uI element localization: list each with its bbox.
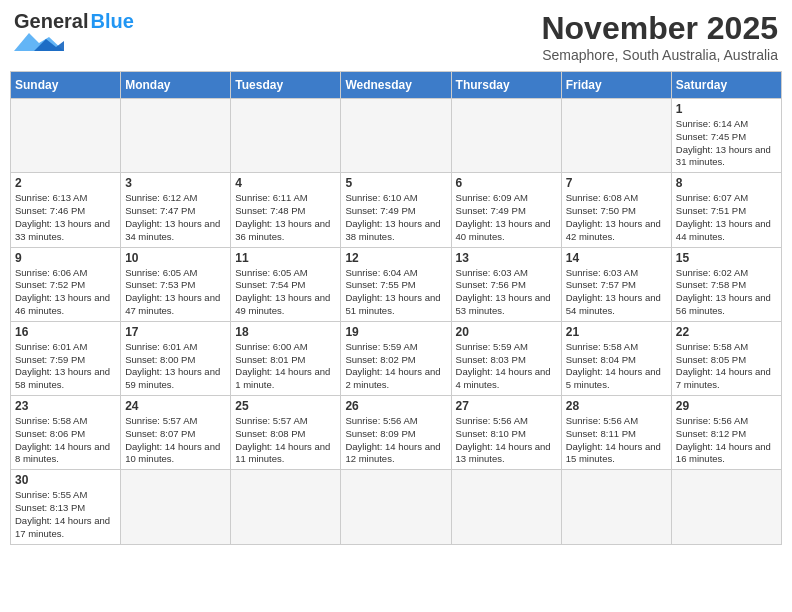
day-info: Sunrise: 6:11 AM Sunset: 7:48 PM Dayligh…: [235, 192, 336, 243]
day-number: 26: [345, 399, 446, 413]
day-info: Sunrise: 6:01 AM Sunset: 7:59 PM Dayligh…: [15, 341, 116, 392]
day-number: 22: [676, 325, 777, 339]
calendar-cell: 22Sunrise: 5:58 AM Sunset: 8:05 PM Dayli…: [671, 321, 781, 395]
calendar-week-row: 23Sunrise: 5:58 AM Sunset: 8:06 PM Dayli…: [11, 396, 782, 470]
day-number: 4: [235, 176, 336, 190]
calendar-header-row: SundayMondayTuesdayWednesdayThursdayFrid…: [11, 72, 782, 99]
day-info: Sunrise: 6:04 AM Sunset: 7:55 PM Dayligh…: [345, 267, 446, 318]
day-number: 15: [676, 251, 777, 265]
calendar-cell: 23Sunrise: 5:58 AM Sunset: 8:06 PM Dayli…: [11, 396, 121, 470]
calendar-cell: 12Sunrise: 6:04 AM Sunset: 7:55 PM Dayli…: [341, 247, 451, 321]
day-number: 24: [125, 399, 226, 413]
calendar-cell: [451, 99, 561, 173]
day-number: 20: [456, 325, 557, 339]
calendar-cell: 18Sunrise: 6:00 AM Sunset: 8:01 PM Dayli…: [231, 321, 341, 395]
day-number: 9: [15, 251, 116, 265]
calendar-cell: 20Sunrise: 5:59 AM Sunset: 8:03 PM Dayli…: [451, 321, 561, 395]
calendar-cell: 19Sunrise: 5:59 AM Sunset: 8:02 PM Dayli…: [341, 321, 451, 395]
calendar-cell: 25Sunrise: 5:57 AM Sunset: 8:08 PM Dayli…: [231, 396, 341, 470]
day-info: Sunrise: 6:00 AM Sunset: 8:01 PM Dayligh…: [235, 341, 336, 392]
calendar-cell: [231, 99, 341, 173]
calendar-cell: 29Sunrise: 5:56 AM Sunset: 8:12 PM Dayli…: [671, 396, 781, 470]
day-number: 21: [566, 325, 667, 339]
day-info: Sunrise: 5:58 AM Sunset: 8:05 PM Dayligh…: [676, 341, 777, 392]
day-info: Sunrise: 5:57 AM Sunset: 8:07 PM Dayligh…: [125, 415, 226, 466]
day-number: 2: [15, 176, 116, 190]
day-info: Sunrise: 6:07 AM Sunset: 7:51 PM Dayligh…: [676, 192, 777, 243]
day-info: Sunrise: 6:06 AM Sunset: 7:52 PM Dayligh…: [15, 267, 116, 318]
calendar-cell: 30Sunrise: 5:55 AM Sunset: 8:13 PM Dayli…: [11, 470, 121, 544]
calendar-cell: 16Sunrise: 6:01 AM Sunset: 7:59 PM Dayli…: [11, 321, 121, 395]
calendar-cell: [341, 99, 451, 173]
day-number: 10: [125, 251, 226, 265]
day-info: Sunrise: 6:10 AM Sunset: 7:49 PM Dayligh…: [345, 192, 446, 243]
logo: General Blue: [14, 10, 134, 51]
calendar-table: SundayMondayTuesdayWednesdayThursdayFrid…: [10, 71, 782, 545]
day-number: 1: [676, 102, 777, 116]
calendar-week-row: 2Sunrise: 6:13 AM Sunset: 7:46 PM Daylig…: [11, 173, 782, 247]
calendar-cell: 11Sunrise: 6:05 AM Sunset: 7:54 PM Dayli…: [231, 247, 341, 321]
day-number: 7: [566, 176, 667, 190]
calendar-cell: [341, 470, 451, 544]
day-number: 6: [456, 176, 557, 190]
day-number: 23: [15, 399, 116, 413]
day-number: 17: [125, 325, 226, 339]
calendar-header-thursday: Thursday: [451, 72, 561, 99]
calendar-cell: 21Sunrise: 5:58 AM Sunset: 8:04 PM Dayli…: [561, 321, 671, 395]
day-number: 28: [566, 399, 667, 413]
day-info: Sunrise: 5:59 AM Sunset: 8:03 PM Dayligh…: [456, 341, 557, 392]
logo-blue-text: Blue: [90, 10, 133, 33]
day-info: Sunrise: 5:56 AM Sunset: 8:12 PM Dayligh…: [676, 415, 777, 466]
calendar-cell: [671, 470, 781, 544]
calendar-week-row: 30Sunrise: 5:55 AM Sunset: 8:13 PM Dayli…: [11, 470, 782, 544]
day-number: 11: [235, 251, 336, 265]
calendar-cell: 2Sunrise: 6:13 AM Sunset: 7:46 PM Daylig…: [11, 173, 121, 247]
calendar-cell: [11, 99, 121, 173]
calendar-cell: [561, 470, 671, 544]
day-info: Sunrise: 6:03 AM Sunset: 7:57 PM Dayligh…: [566, 267, 667, 318]
calendar-week-row: 9Sunrise: 6:06 AM Sunset: 7:52 PM Daylig…: [11, 247, 782, 321]
calendar-cell: [561, 99, 671, 173]
calendar-cell: 27Sunrise: 5:56 AM Sunset: 8:10 PM Dayli…: [451, 396, 561, 470]
day-number: 19: [345, 325, 446, 339]
calendar-cell: 5Sunrise: 6:10 AM Sunset: 7:49 PM Daylig…: [341, 173, 451, 247]
calendar-cell: 1Sunrise: 6:14 AM Sunset: 7:45 PM Daylig…: [671, 99, 781, 173]
logo-icon: [14, 33, 64, 51]
calendar-cell: 13Sunrise: 6:03 AM Sunset: 7:56 PM Dayli…: [451, 247, 561, 321]
day-info: Sunrise: 5:56 AM Sunset: 8:11 PM Dayligh…: [566, 415, 667, 466]
calendar-cell: [121, 470, 231, 544]
calendar-cell: 28Sunrise: 5:56 AM Sunset: 8:11 PM Dayli…: [561, 396, 671, 470]
calendar-cell: 8Sunrise: 6:07 AM Sunset: 7:51 PM Daylig…: [671, 173, 781, 247]
day-number: 29: [676, 399, 777, 413]
location-text: Semaphore, South Australia, Australia: [541, 47, 778, 63]
calendar-cell: [231, 470, 341, 544]
day-info: Sunrise: 6:02 AM Sunset: 7:58 PM Dayligh…: [676, 267, 777, 318]
day-number: 8: [676, 176, 777, 190]
day-number: 14: [566, 251, 667, 265]
day-info: Sunrise: 6:05 AM Sunset: 7:54 PM Dayligh…: [235, 267, 336, 318]
calendar-cell: 3Sunrise: 6:12 AM Sunset: 7:47 PM Daylig…: [121, 173, 231, 247]
page-header: General Blue November 2025 Semaphore, So…: [10, 10, 782, 63]
calendar-header-wednesday: Wednesday: [341, 72, 451, 99]
calendar-header-sunday: Sunday: [11, 72, 121, 99]
day-info: Sunrise: 5:57 AM Sunset: 8:08 PM Dayligh…: [235, 415, 336, 466]
day-info: Sunrise: 5:55 AM Sunset: 8:13 PM Dayligh…: [15, 489, 116, 540]
day-number: 30: [15, 473, 116, 487]
day-info: Sunrise: 6:14 AM Sunset: 7:45 PM Dayligh…: [676, 118, 777, 169]
calendar-header-tuesday: Tuesday: [231, 72, 341, 99]
calendar-cell: 26Sunrise: 5:56 AM Sunset: 8:09 PM Dayli…: [341, 396, 451, 470]
day-number: 18: [235, 325, 336, 339]
day-info: Sunrise: 6:12 AM Sunset: 7:47 PM Dayligh…: [125, 192, 226, 243]
day-number: 3: [125, 176, 226, 190]
calendar-cell: 14Sunrise: 6:03 AM Sunset: 7:57 PM Dayli…: [561, 247, 671, 321]
day-number: 25: [235, 399, 336, 413]
day-info: Sunrise: 5:58 AM Sunset: 8:04 PM Dayligh…: [566, 341, 667, 392]
calendar-cell: 9Sunrise: 6:06 AM Sunset: 7:52 PM Daylig…: [11, 247, 121, 321]
day-info: Sunrise: 6:09 AM Sunset: 7:49 PM Dayligh…: [456, 192, 557, 243]
calendar-cell: 15Sunrise: 6:02 AM Sunset: 7:58 PM Dayli…: [671, 247, 781, 321]
logo-general-text: General: [14, 10, 88, 33]
day-number: 12: [345, 251, 446, 265]
day-info: Sunrise: 6:05 AM Sunset: 7:53 PM Dayligh…: [125, 267, 226, 318]
day-info: Sunrise: 6:01 AM Sunset: 8:00 PM Dayligh…: [125, 341, 226, 392]
day-info: Sunrise: 6:08 AM Sunset: 7:50 PM Dayligh…: [566, 192, 667, 243]
